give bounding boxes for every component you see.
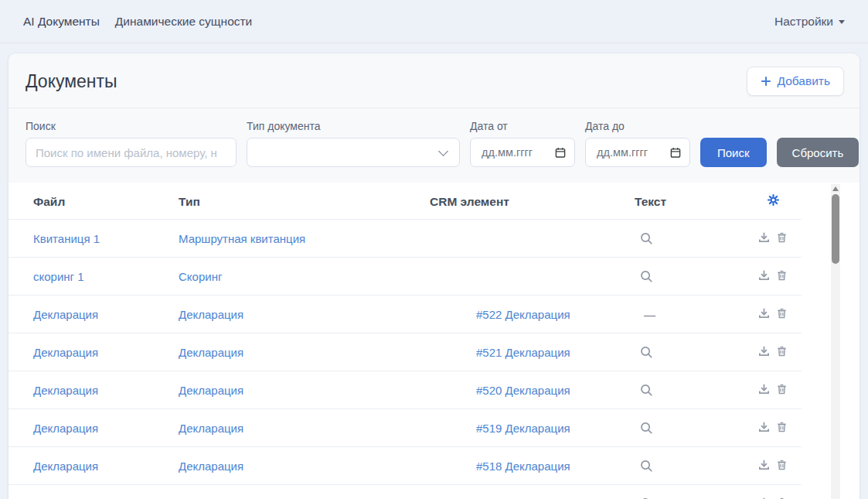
date-to-field[interactable]: дд.мм.гггг xyxy=(585,138,690,167)
crm-link[interactable]: #518 Декларация xyxy=(476,460,570,473)
download-icon xyxy=(757,306,771,320)
delete-button[interactable] xyxy=(775,231,788,244)
trash-icon xyxy=(775,268,788,282)
crm-link[interactable]: #522 Декларация xyxy=(476,308,570,321)
download-button[interactable] xyxy=(757,382,771,395)
delete-button[interactable] xyxy=(775,458,788,471)
download-icon xyxy=(757,420,771,433)
download-button[interactable] xyxy=(757,458,771,471)
file-link[interactable]: Декларация xyxy=(33,346,98,359)
delete-button[interactable] xyxy=(775,496,788,499)
trash-icon xyxy=(775,306,788,320)
navbar-brand[interactable]: AI Документы xyxy=(23,15,100,29)
file-link[interactable]: Декларация xyxy=(33,422,98,435)
date-to-filter-group: Дата до дд.мм.гггг xyxy=(585,120,690,167)
delete-button[interactable] xyxy=(775,420,788,433)
type-link[interactable]: Декларация xyxy=(179,460,243,473)
date-from-field[interactable]: дд.мм.гггг xyxy=(470,138,575,167)
type-link[interactable]: Маршрутная квитанция xyxy=(179,232,305,245)
search-button[interactable]: Поиск xyxy=(700,138,767,167)
download-icon xyxy=(757,231,771,244)
file-link[interactable]: Квитаниця 1 xyxy=(33,232,100,245)
view-text-button[interactable] xyxy=(639,459,654,473)
trash-icon xyxy=(775,344,788,357)
page-title: Документы xyxy=(26,71,117,92)
view-text-button[interactable] xyxy=(639,421,654,436)
type-link[interactable]: Декларация xyxy=(179,384,243,397)
date-from-filter-group: Дата от дд.мм.гггг xyxy=(470,120,575,167)
crm-link[interactable]: #521 Декларация xyxy=(476,346,570,359)
documents-card: Документы Добавить Поиск Тип документа Д… xyxy=(8,53,860,499)
add-document-button[interactable]: Добавить xyxy=(747,67,844,96)
documents-table: Файл Тип CRM элемент Текст Квитаниця 1 М… xyxy=(9,183,802,499)
date-to-placeholder: дд.мм.гггг xyxy=(597,146,648,159)
table-scrollbar[interactable] xyxy=(831,184,840,499)
doc-type-select[interactable] xyxy=(247,138,460,167)
caret-down-icon xyxy=(839,20,845,24)
doc-type-label: Тип документа xyxy=(247,120,460,132)
download-button[interactable] xyxy=(757,231,771,244)
delete-button[interactable] xyxy=(775,306,788,320)
download-button[interactable] xyxy=(757,496,771,499)
delete-button[interactable] xyxy=(775,268,788,282)
date-from-placeholder: дд.мм.гггг xyxy=(482,146,533,159)
crm-link[interactable]: #520 Декларация xyxy=(476,384,570,397)
filters-bar: Поиск Тип документа Дата от дд.мм.гггг Д… xyxy=(9,108,859,183)
column-header-crm: CRM элемент xyxy=(424,183,628,220)
column-header-type: Тип xyxy=(172,183,424,220)
table-row: Декларация Декларация #518 Декларация xyxy=(9,447,802,485)
calendar-icon[interactable] xyxy=(669,146,682,159)
table-row: Декларация Декларация #520 Декларация xyxy=(9,371,802,409)
scrollbar-thumb[interactable] xyxy=(832,194,839,264)
trash-icon xyxy=(775,231,788,244)
scrollbar-up-arrow-icon[interactable] xyxy=(832,186,839,191)
nav-item-dynamic-entities[interactable]: Динамические сущности xyxy=(115,15,252,29)
date-to-label: Дата до xyxy=(585,120,690,132)
search-icon xyxy=(639,459,654,473)
doc-type-filter-group: Тип документа xyxy=(247,120,460,167)
download-button[interactable] xyxy=(757,344,771,357)
delete-button[interactable] xyxy=(775,382,788,395)
view-text-button[interactable] xyxy=(639,383,654,398)
search-icon xyxy=(639,345,654,360)
file-link[interactable]: Декларация xyxy=(33,460,98,473)
settings-dropdown[interactable]: Настройки xyxy=(774,15,845,29)
table-header-row: Файл Тип CRM элемент Текст xyxy=(9,183,802,220)
table-row: Декларация Декларация #521 Декларация xyxy=(9,333,802,371)
no-text-dash: — xyxy=(644,308,655,321)
trash-icon xyxy=(775,496,788,499)
columns-settings-button[interactable] xyxy=(744,183,802,220)
table-row: Декларация Декларация #519 Декларация xyxy=(9,409,802,447)
trash-icon xyxy=(775,458,788,471)
type-link[interactable]: Декларация xyxy=(179,422,243,435)
type-link[interactable]: Декларация xyxy=(179,308,243,321)
download-button[interactable] xyxy=(757,420,771,433)
view-text-button[interactable] xyxy=(639,345,654,360)
download-icon xyxy=(757,344,771,357)
search-input[interactable] xyxy=(26,138,237,167)
trash-icon xyxy=(775,382,788,395)
search-icon xyxy=(639,269,654,284)
download-button[interactable] xyxy=(757,268,771,282)
view-text-button[interactable] xyxy=(639,231,654,246)
type-link[interactable]: Декларация xyxy=(179,346,243,359)
calendar-icon[interactable] xyxy=(554,146,567,159)
search-label: Поиск xyxy=(26,120,237,132)
file-link[interactable]: скоринг 1 xyxy=(33,270,84,283)
download-icon xyxy=(757,382,771,395)
column-header-text: Текст xyxy=(628,183,744,220)
table-row: Декларация Декларация #522 Декларация — xyxy=(9,296,802,333)
search-icon xyxy=(639,421,654,436)
search-icon xyxy=(639,231,654,246)
view-text-button[interactable] xyxy=(639,269,654,284)
file-link[interactable]: Декларация xyxy=(33,308,98,321)
search-icon xyxy=(639,383,654,398)
download-button[interactable] xyxy=(757,306,771,320)
delete-button[interactable] xyxy=(775,344,788,357)
type-link[interactable]: Скоринг xyxy=(179,270,222,283)
download-icon xyxy=(757,496,771,499)
card-header: Документы Добавить xyxy=(9,53,859,108)
file-link[interactable]: Декларация xyxy=(33,384,98,397)
reset-button[interactable]: Сбросить xyxy=(777,138,859,167)
crm-link[interactable]: #519 Декларация xyxy=(476,422,570,435)
